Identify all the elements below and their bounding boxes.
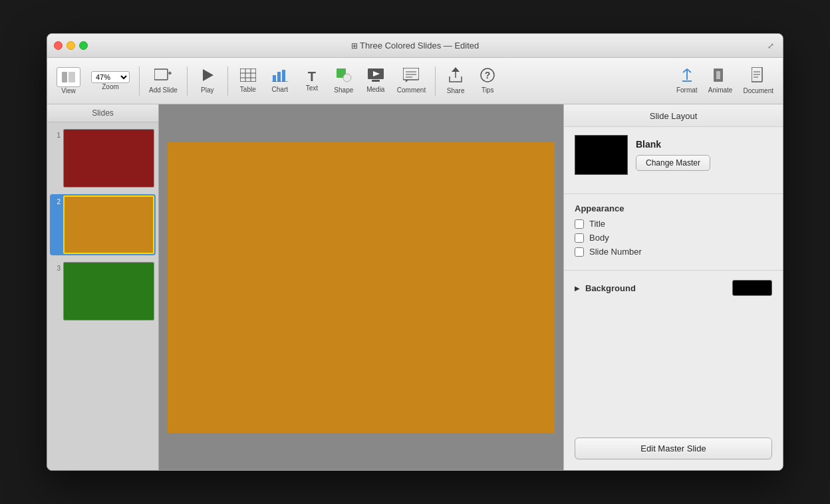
tips-icon: ?: [480, 68, 495, 85]
body-checkbox-row: Body: [575, 233, 772, 243]
main-area: Slides 1 2 3: [47, 104, 783, 470]
title-checkbox[interactable]: [575, 219, 584, 229]
chart-label: Chart: [272, 86, 288, 93]
toolbar-format[interactable]: Format: [672, 65, 702, 96]
body-checkbox[interactable]: [575, 233, 584, 243]
slides-list: 1 2 3: [47, 122, 158, 327]
slides-header: Slides: [47, 104, 158, 122]
toolbar-text[interactable]: T Text: [297, 67, 327, 94]
shape-icon: [336, 68, 352, 85]
slide-number-2: 2: [51, 198, 61, 205]
slide-thumb-2: [63, 195, 154, 254]
add-slide-label: Add Slide: [149, 86, 178, 94]
toolbar-share[interactable]: Share: [441, 64, 470, 97]
appearance-section: Appearance Title Body Slide Number: [564, 197, 783, 267]
text-label: Text: [306, 84, 318, 92]
svg-rect-1: [69, 72, 75, 82]
svg-rect-19: [372, 80, 380, 82]
svg-rect-2: [154, 69, 168, 80]
svg-rect-12: [277, 72, 281, 82]
separator-2: [187, 66, 188, 96]
toolbar-shape[interactable]: Shape: [329, 65, 358, 96]
toolbar-comment[interactable]: Comment: [393, 65, 430, 96]
toolbar: View 47% 50% 75% 100% Zoom Add Slide: [47, 58, 783, 104]
slide-number-1: 1: [51, 132, 61, 139]
format-label: Format: [676, 86, 698, 94]
toolbar-zoom[interactable]: 47% 50% 75% 100% Zoom: [87, 68, 134, 93]
view-label: View: [61, 87, 76, 94]
divider-2: [564, 270, 783, 271]
chart-icon: [272, 68, 288, 84]
appearance-title: Appearance: [575, 203, 772, 213]
zoom-label: Zoom: [102, 83, 119, 90]
slides-panel: Slides 1 2 3: [47, 104, 159, 470]
share-label: Share: [447, 87, 465, 94]
slide-number-checkbox-row: Slide Number: [575, 247, 772, 257]
share-icon: [448, 67, 463, 86]
svg-rect-0: [62, 72, 67, 82]
svg-marker-26: [452, 67, 460, 72]
background-section: ▶ Background: [564, 273, 783, 303]
change-master-button[interactable]: Change Master: [636, 155, 710, 171]
slide-item-1[interactable]: 1: [50, 128, 156, 189]
layout-preview-thumb: [575, 135, 628, 175]
app-window: ⊞ Three Colored Slides — Edited ⤢ View 4…: [47, 33, 783, 471]
format-icon: [680, 68, 694, 85]
background-expand-arrow[interactable]: ▶: [575, 285, 580, 292]
expand-button[interactable]: ⤢: [765, 41, 776, 51]
document-label: Document: [743, 87, 773, 94]
media-label: Media: [366, 86, 384, 93]
traffic-lights: [54, 41, 88, 50]
slide-number-checkbox[interactable]: [575, 247, 584, 257]
window-title: ⊞ Three Colored Slides — Edited: [351, 41, 480, 51]
canvas-area[interactable]: [159, 104, 563, 470]
slide-number-3: 3: [51, 265, 61, 272]
shape-label: Shape: [334, 86, 353, 94]
slide-item-3[interactable]: 3: [50, 261, 156, 322]
tips-label: Tips: [482, 86, 494, 94]
slide-item-2[interactable]: 2: [50, 194, 156, 255]
toolbar-document[interactable]: Document: [739, 64, 777, 97]
separator-3: [227, 66, 228, 96]
toolbar-view[interactable]: View: [53, 64, 84, 97]
toolbar-chart[interactable]: Chart: [265, 66, 295, 96]
toolbar-play[interactable]: Play: [193, 65, 222, 96]
maximize-button[interactable]: [79, 41, 88, 50]
layout-preview-row: Blank Change Master: [575, 135, 772, 175]
media-icon: [368, 68, 384, 84]
title-icon: ⊞: [351, 41, 358, 51]
background-label: Background: [585, 283, 727, 293]
toolbar-tips[interactable]: ? Tips: [473, 65, 502, 96]
animate-icon: [713, 68, 728, 85]
divider-1: [564, 193, 783, 194]
edit-master-slide-button[interactable]: Edit Master Slide: [575, 438, 772, 459]
title-checkbox-label: Title: [589, 219, 605, 229]
layout-section: Blank Change Master: [564, 127, 783, 191]
slide-canvas: [168, 142, 555, 433]
table-icon: [240, 68, 256, 84]
toolbar-table[interactable]: Table: [233, 66, 263, 96]
document-icon: [752, 67, 765, 86]
title-bar: ⊞ Three Colored Slides — Edited ⤢: [47, 34, 783, 58]
slide-number-checkbox-label: Slide Number: [589, 247, 642, 257]
background-color-swatch[interactable]: [732, 280, 772, 296]
separator-1: [139, 66, 140, 96]
zoom-select[interactable]: 47% 50% 75% 100%: [91, 71, 130, 83]
svg-marker-5: [203, 69, 213, 81]
toolbar-add-slide[interactable]: Add Slide: [145, 65, 182, 96]
play-icon: [200, 68, 215, 85]
svg-rect-6: [240, 68, 256, 82]
layout-name: Blank: [636, 139, 710, 150]
body-checkbox-label: Body: [589, 233, 609, 243]
comment-icon: [403, 68, 419, 85]
svg-text:?: ?: [485, 70, 491, 80]
close-button[interactable]: [54, 41, 63, 50]
text-icon: T: [308, 70, 316, 83]
layout-info: Blank Change Master: [636, 139, 710, 171]
toolbar-animate[interactable]: Animate: [704, 65, 737, 96]
svg-rect-11: [273, 75, 276, 82]
play-label: Play: [201, 86, 213, 94]
toolbar-media[interactable]: Media: [361, 66, 390, 96]
svg-rect-13: [282, 70, 285, 82]
minimize-button[interactable]: [67, 41, 75, 50]
